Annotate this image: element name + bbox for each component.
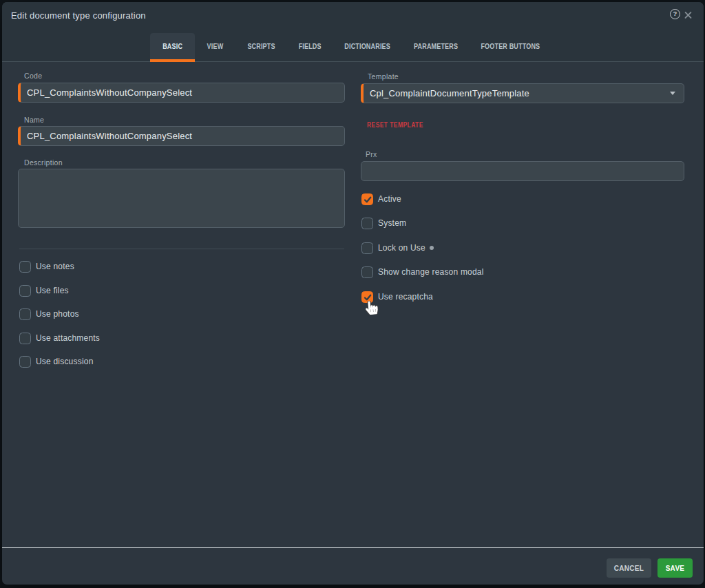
dialog-title: Edit document type configuration (11, 10, 146, 21)
use-discussion-label: Use discussion (36, 357, 94, 366)
close-icon[interactable] (684, 11, 692, 19)
active-checkbox[interactable] (361, 193, 373, 205)
code-label: Code (24, 72, 42, 80)
template-label: Template (368, 72, 399, 81)
use-discussion-checkbox[interactable] (19, 356, 31, 368)
active-label: Active (378, 194, 401, 204)
lock-on-use-label: Lock on Use (378, 243, 425, 253)
tab-footer-buttons-label: FOOTER BUTTONS (481, 42, 540, 50)
chevron-down-icon (670, 92, 675, 95)
name-input[interactable] (18, 126, 345, 146)
lock-on-use-checkbox[interactable] (361, 242, 373, 254)
tab-view-label: VIEW (207, 42, 224, 50)
prx-label: Prx (366, 150, 377, 158)
use-notes-label: Use notes (36, 262, 74, 271)
tab-footer-buttons[interactable]: FOOTER BUTTONS (470, 33, 551, 61)
cancel-button[interactable]: CANCEL (607, 558, 651, 578)
use-notes-checkbox-row[interactable]: Use notes (19, 260, 74, 273)
tab-fields[interactable]: FIELDS (287, 33, 333, 61)
use-attachments-checkbox[interactable] (19, 333, 31, 344)
tab-view[interactable]: VIEW (195, 33, 235, 61)
tab-basic-label: BASIC (162, 42, 182, 50)
system-checkbox-row[interactable]: System (361, 217, 406, 229)
system-label: System (378, 218, 406, 228)
use-photos-label: Use photos (36, 309, 79, 319)
template-select[interactable]: Cpl_ComplaintDocumentTypeTemplate (361, 83, 684, 103)
prx-input[interactable] (361, 161, 684, 181)
show-change-reason-modal-checkbox[interactable] (361, 266, 373, 278)
active-checkbox-row[interactable]: Active (361, 193, 401, 205)
use-recaptcha-label: Use recaptcha (378, 292, 433, 302)
tab-scripts-label: SCRIPTS (247, 42, 275, 50)
tab-parameters-label: PARAMETERS (414, 42, 458, 50)
description-label: Description (24, 158, 63, 167)
show-change-reason-modal-label: Show change reason modal (378, 267, 484, 277)
use-photos-checkbox-row[interactable]: Use photos (19, 308, 79, 320)
code-input[interactable] (18, 83, 345, 103)
use-recaptcha-checkbox-row[interactable]: Use recaptcha (361, 291, 433, 303)
tab-dictionaries-label: DICTIONARIES (345, 42, 391, 50)
description-textarea[interactable] (18, 169, 345, 228)
save-button[interactable]: SAVE (657, 558, 693, 578)
system-checkbox[interactable] (361, 218, 373, 229)
edit-document-type-dialog: Edit document type configuration ? BASIC… (2, 2, 704, 585)
tab-parameters[interactable]: PARAMETERS (403, 33, 470, 61)
tab-fields-label: FIELDS (298, 42, 321, 50)
dialog-content: Code Name Description Use notes Use file… (2, 63, 704, 547)
use-photos-checkbox[interactable] (19, 308, 31, 320)
use-recaptcha-checkbox[interactable] (361, 291, 373, 303)
use-files-label: Use files (36, 286, 69, 295)
name-label: Name (24, 116, 44, 124)
show-change-reason-modal-checkbox-row[interactable]: Show change reason modal (361, 266, 484, 278)
template-select-value: Cpl_ComplaintDocumentTypeTemplate (370, 88, 529, 98)
use-attachments-checkbox-row[interactable]: Use attachments (19, 332, 100, 344)
tab-dictionaries[interactable]: DICTIONARIES (333, 33, 403, 61)
reset-template-link[interactable]: RESET TEMPLATE (367, 121, 423, 129)
dialog-footer: CANCEL SAVE (2, 548, 704, 585)
tabs-bar: BASIC VIEW SCRIPTS FIELDS DICTIONARIES P… (2, 28, 704, 62)
help-icon[interactable]: ? (670, 9, 680, 19)
left-section-divider (19, 249, 344, 249)
dialog-header: Edit document type configuration (2, 2, 704, 28)
use-attachments-label: Use attachments (36, 333, 100, 343)
lock-on-use-checkbox-row[interactable]: Lock on Use (361, 242, 434, 254)
use-files-checkbox-row[interactable]: Use files (19, 284, 69, 297)
use-notes-checkbox[interactable] (19, 261, 31, 273)
info-dot-icon (430, 246, 434, 250)
tab-scripts[interactable]: SCRIPTS (235, 33, 287, 61)
tab-basic[interactable]: BASIC (150, 33, 195, 61)
use-discussion-checkbox-row[interactable]: Use discussion (19, 355, 94, 368)
use-files-checkbox[interactable] (19, 285, 31, 297)
